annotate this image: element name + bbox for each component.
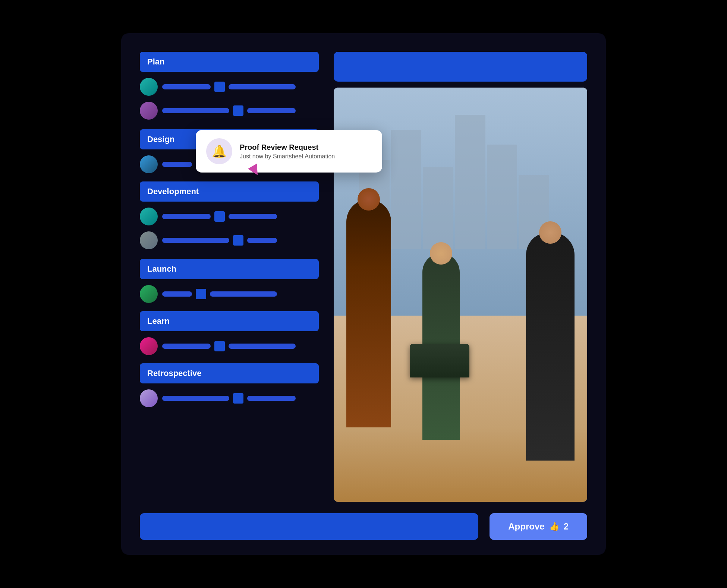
bell-icon: 🔔 [212,144,227,158]
bar-group-plan-2 [162,105,319,116]
avatar-dev-1 [140,208,158,225]
person-left [346,199,391,427]
laptop [410,344,469,377]
notification-subtitle: Just now by Smartsheet Automation [240,153,335,160]
bar-group-dev-1 [162,211,319,222]
blue-sq-7 [214,341,225,351]
bar-16 [247,396,296,401]
bar-10 [247,238,277,243]
plan-row-1 [140,76,319,97]
bar-7 [162,214,211,219]
blue-sq-8 [233,393,243,404]
bar-group-plan-1 [162,82,319,92]
learn-row-1 [140,336,319,357]
section-learn[interactable]: Learn [140,311,319,331]
notification-icon-wrap: 🔔 [206,138,232,164]
avatar-design-1 [140,155,158,173]
bar-14 [229,344,296,349]
bar-5 [162,162,192,167]
bar-15 [162,396,229,401]
bar-2 [229,84,296,89]
notification-text: Proof Review Request Just now by Smartsh… [240,143,335,160]
content-area: Plan Design [121,33,606,502]
blue-sq-1 [214,82,225,92]
notification-popup: 🔔 Proof Review Request Just now by Smart… [196,130,382,173]
avatar-launch-1 [140,285,158,303]
avatar-dev-2 [140,231,158,249]
approve-button[interactable]: Approve 👍 2 [490,513,587,540]
development-row-2 [140,230,319,251]
right-top-bar [334,52,587,82]
approve-count: 2 [564,521,569,532]
bar-group-dev-2 [162,235,319,246]
plan-row-2 [140,100,319,121]
bottom-bar: Approve 👍 2 [121,502,606,555]
approve-label: Approve [508,521,544,532]
main-container: Plan Design [121,33,606,555]
person-center-head [430,242,452,265]
blue-sq-2 [233,105,243,116]
left-panel: Plan Design [140,52,319,502]
bar-group-learn-1 [162,341,319,351]
building-block [487,145,517,249]
thumbs-up-icon: 👍 [549,522,559,531]
person-right [526,233,575,461]
section-retrospective[interactable]: Retrospective [140,363,319,383]
avatar-plan-1 [140,78,158,96]
retrospective-row-1 [140,388,319,409]
bar-1 [162,84,211,89]
bar-group-retro-1 [162,393,319,404]
bottom-bar-left [140,513,478,540]
bar-3 [162,108,229,113]
building-block [423,167,453,249]
blue-sq-6 [196,289,206,299]
section-launch[interactable]: Launch [140,259,319,279]
person-right-head [539,221,561,244]
bar-9 [162,238,229,243]
bar-group-launch-1 [162,289,319,299]
launch-row-1 [140,284,319,304]
avatar-learn-1 [140,337,158,355]
bar-4 [247,108,296,113]
bar-13 [162,344,211,349]
avatar-plan-2 [140,102,158,120]
bar-8 [229,214,277,219]
section-plan[interactable]: Plan [140,52,319,72]
person-left-head [358,188,380,211]
avatar-retro-1 [140,389,158,407]
building-block [455,115,485,249]
blue-sq-4 [214,211,225,222]
bar-11 [162,291,192,297]
notification-title: Proof Review Request [240,143,335,152]
building-block [391,130,422,249]
right-panel [334,52,587,502]
section-development[interactable]: Development [140,181,319,202]
blue-sq-5 [233,235,243,246]
development-row-1 [140,206,319,227]
bar-12 [210,291,277,297]
